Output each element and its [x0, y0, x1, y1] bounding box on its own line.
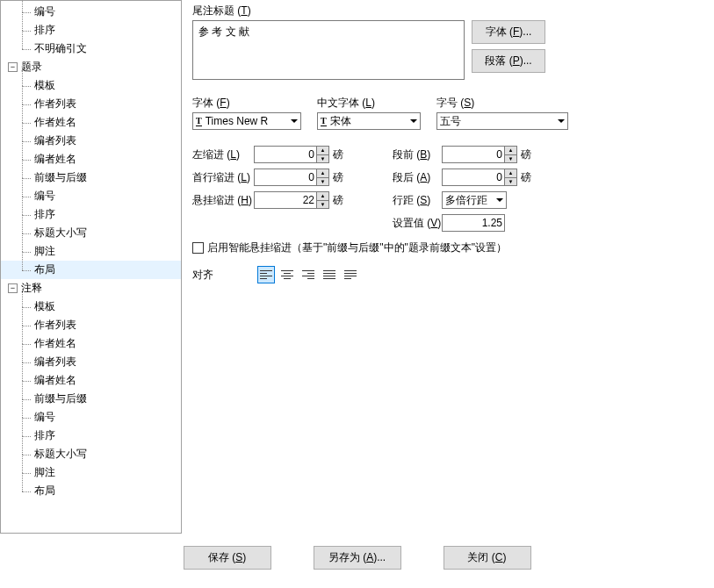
main-panel: 尾注标题 (T) 参 考 文 献 字体 (F)... 段落 (P)... 字体 …	[182, 0, 714, 534]
tree-item[interactable]: 编号	[1, 187, 181, 205]
space-before-stepper[interactable]: ▲▼	[505, 146, 517, 163]
size-select[interactable]: 五号	[436, 112, 568, 130]
left-indent-input[interactable]	[254, 146, 317, 163]
save-button[interactable]: 保存 (S)	[184, 546, 271, 570]
unit-label: 磅	[333, 193, 343, 208]
hanging-indent-input[interactable]	[254, 191, 317, 209]
set-value-label: 设置值 (V)	[393, 216, 442, 231]
tree-group[interactable]: −注释	[1, 279, 181, 298]
tree-item[interactable]: 布局	[1, 261, 181, 279]
font-button[interactable]: 字体 (F)...	[472, 20, 545, 44]
line-spacing-label: 行距 (S)	[393, 193, 442, 208]
chevron-down-icon	[291, 119, 298, 123]
unit-label: 磅	[333, 170, 343, 185]
tree-item-label: 作者列表	[34, 97, 76, 111]
unit-label: 磅	[521, 147, 531, 162]
tree-item-label: 编者姓名	[34, 152, 76, 167]
collapse-icon[interactable]: −	[8, 283, 18, 293]
size-label: 字号 (S)	[436, 96, 568, 111]
hanging-indent-label: 悬挂缩进 (H)	[192, 193, 254, 208]
tree-item-label: 模板	[34, 78, 55, 93]
endnote-title-input[interactable]: 参 考 文 献	[192, 20, 465, 80]
left-indent-label: 左缩进 (L)	[192, 147, 254, 162]
smart-hanging-checkbox[interactable]	[192, 242, 204, 254]
align-left-button[interactable]	[257, 266, 275, 283]
tree-item-label: 编号	[34, 189, 55, 204]
footer-buttons: 保存 (S) 另存为 (A)... 关闭 (C)	[0, 534, 714, 582]
tree-item[interactable]: 作者姓名	[1, 113, 181, 132]
set-value-input[interactable]	[442, 214, 505, 232]
tree-item[interactable]: 作者姓名	[1, 334, 181, 353]
tree-item[interactable]: 排序	[1, 205, 181, 224]
tree-item[interactable]: 前缀与后缀	[1, 390, 181, 408]
tree-item-label: 模板	[34, 299, 55, 314]
align-label: 对齐	[192, 268, 254, 283]
tree-item-label: 编者列表	[34, 133, 76, 148]
first-indent-label: 首行缩进 (L)	[192, 170, 254, 185]
tree-item-label: 标题大小写	[34, 226, 87, 240]
space-after-label: 段后 (A)	[393, 170, 442, 185]
chevron-down-icon	[558, 119, 565, 123]
tree-item[interactable]: 布局	[1, 482, 181, 500]
tree-item[interactable]: 排序	[1, 427, 181, 445]
tree-item-label: 不明确引文	[34, 41, 87, 56]
tree-item-label: 脚注	[34, 244, 55, 259]
align-right-button[interactable]	[299, 266, 317, 283]
tree-item[interactable]: 作者列表	[1, 316, 181, 334]
space-before-input[interactable]	[442, 146, 505, 163]
tree-item[interactable]: 标题大小写	[1, 224, 181, 242]
tree-item[interactable]: 排序	[1, 21, 181, 39]
align-justify-button[interactable]	[321, 266, 338, 283]
tree-item-label: 作者姓名	[34, 115, 76, 130]
tree-group-label: 题录	[21, 60, 42, 75]
align-center-button[interactable]	[278, 266, 296, 283]
tree-item[interactable]: 编者姓名	[1, 371, 181, 390]
tree-item[interactable]: 模板	[1, 76, 181, 95]
sidebar-tree[interactable]: 编号排序不明确引文−题录模板作者列表作者姓名编者列表编者姓名前缀与后缀编号排序标…	[0, 0, 182, 534]
chevron-down-icon	[496, 198, 503, 202]
tree-item[interactable]: 作者列表	[1, 95, 181, 113]
paragraph-button[interactable]: 段落 (P)...	[472, 49, 545, 73]
tree-item[interactable]: 标题大小写	[1, 445, 181, 463]
save-as-button[interactable]: 另存为 (A)...	[314, 546, 401, 570]
tree-item-label: 前缀与后缀	[34, 391, 87, 406]
space-after-stepper[interactable]: ▲▼	[505, 169, 517, 186]
line-spacing-select[interactable]: 多倍行距	[442, 191, 507, 209]
tree-item[interactable]: 编号	[1, 3, 181, 21]
tree-item-label: 布局	[34, 262, 55, 277]
space-after-input[interactable]	[442, 169, 505, 186]
chevron-down-icon	[410, 119, 417, 123]
tree-item[interactable]: 编号	[1, 408, 181, 427]
tree-item[interactable]: 脚注	[1, 242, 181, 261]
tree-item-label: 编者姓名	[34, 373, 76, 388]
collapse-icon[interactable]: −	[8, 62, 18, 72]
tree-item[interactable]: 编者列表	[1, 353, 181, 371]
tree-item[interactable]: 前缀与后缀	[1, 169, 181, 187]
tree-item-label: 作者列表	[34, 318, 76, 333]
hanging-indent-stepper[interactable]: ▲▼	[317, 191, 329, 209]
tree-item[interactable]: 编者列表	[1, 132, 181, 150]
unit-label: 磅	[333, 147, 343, 162]
chinese-font-label: 中文字体 (L)	[317, 96, 421, 111]
tree-group-label: 注释	[21, 281, 42, 296]
close-button[interactable]: 关闭 (C)	[444, 546, 531, 570]
font-select[interactable]: T Times New R	[192, 112, 301, 130]
align-distribute-button[interactable]	[342, 266, 359, 283]
first-indent-input[interactable]	[254, 169, 317, 186]
smart-hanging-label: 启用智能悬挂缩进（基于"前缀与后缀"中的"题录前缀文本"设置）	[207, 240, 507, 255]
left-indent-stepper[interactable]: ▲▼	[317, 146, 329, 163]
unit-label: 磅	[521, 170, 531, 185]
tree-item[interactable]: 编者姓名	[1, 150, 181, 169]
tree-item-label: 标题大小写	[34, 447, 87, 462]
font-icon: T	[321, 116, 327, 126]
tree-item[interactable]: 模板	[1, 298, 181, 316]
tree-item-label: 前缀与后缀	[34, 170, 87, 185]
chinese-font-select[interactable]: T 宋体	[317, 112, 421, 130]
endnote-title-label: 尾注标题 (T)	[192, 4, 705, 18]
tree-item[interactable]: 脚注	[1, 463, 181, 482]
space-before-label: 段前 (B)	[393, 147, 442, 162]
tree-item-label: 编号	[34, 410, 55, 425]
first-indent-stepper[interactable]: ▲▼	[317, 169, 329, 186]
tree-group[interactable]: −题录	[1, 58, 181, 76]
tree-item[interactable]: 不明确引文	[1, 39, 181, 58]
